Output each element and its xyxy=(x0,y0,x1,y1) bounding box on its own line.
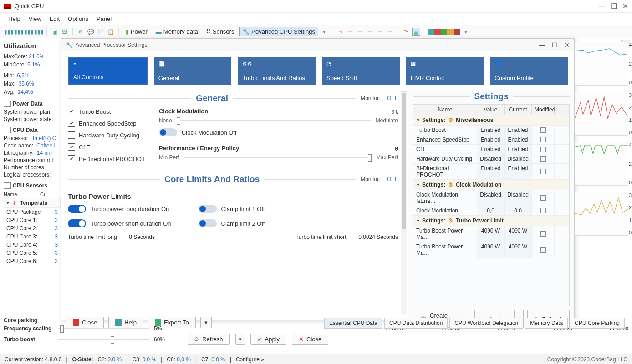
main-toolbar: ▮▮▮ ▮▮▮ ▮▮▮ ▮▮▮ ▣ 🖼 ⚙ 💬 📄 📋 ▮Power ▬Memo… xyxy=(0,25,632,38)
panel4-icon[interactable]: ▭ xyxy=(366,28,374,36)
settings-row[interactable]: Turbo Boost Power Ma…4090 W4090 W xyxy=(413,226,569,242)
temp-chart: 40°C20°C0°C xyxy=(575,42,628,86)
panel6-icon[interactable]: ▭ xyxy=(386,28,394,36)
settings-table: Name Value Current Modified Settings:⚙Mi… xyxy=(413,104,570,306)
settings-row[interactable]: C1EEnabledEnabled xyxy=(413,145,569,154)
bottom-refresh-dropdown[interactable]: ▾ xyxy=(235,334,245,345)
checkbox-turbo-boost[interactable]: Turbo Boost xyxy=(68,108,145,115)
settings-row[interactable]: Hardware Duty CyclingDisabledDisabled xyxy=(413,154,569,164)
pct-chart: 30%20%10%0% xyxy=(575,92,628,136)
freq-scaling-slider[interactable] xyxy=(58,328,149,329)
tile-turbo[interactable]: ⚙⚙Turbo Limits And Ratios xyxy=(238,57,316,85)
subwin-maximize[interactable]: ☐ xyxy=(552,41,558,49)
settings-group[interactable]: Settings:⚙Miscellaneous xyxy=(413,115,569,126)
bars2-icon[interactable]: ▮▮▮ xyxy=(15,28,23,36)
settings-row[interactable]: Clock Modulation IsEna…DisabledDisabled xyxy=(413,190,569,206)
checkbox-hardware-duty-cycling[interactable]: Hardware Duty Cycling xyxy=(68,131,145,139)
chart-icon[interactable]: 〜 xyxy=(402,28,410,36)
panel5-icon[interactable]: ▭ xyxy=(376,28,384,36)
configure-link[interactable]: Configure » xyxy=(236,356,264,363)
subwin-close[interactable]: ✕ xyxy=(564,41,570,49)
dropdown-icon[interactable]: ▾ xyxy=(320,28,328,36)
clock-mod-toggle[interactable] xyxy=(159,128,177,136)
settings-row[interactable]: Turbo Boost Power Ma…4090 W4090 W xyxy=(413,242,569,258)
temp-row: CPU Package3 xyxy=(4,208,61,216)
wrench-icon: 🔧 xyxy=(66,42,73,48)
power-button[interactable]: ▮Power xyxy=(122,27,151,36)
bars4-icon[interactable]: ▮▮▮ xyxy=(35,28,43,36)
temp-row: CPU Core 4:3 xyxy=(4,241,61,249)
clamp2-toggle[interactable] xyxy=(199,219,217,228)
bars-icon[interactable]: ▮▮▮ xyxy=(5,28,13,36)
menu-panel[interactable]: Panel xyxy=(97,15,112,22)
chat-icon[interactable]: 💬 xyxy=(87,28,95,36)
core-limits-header: Core Limits And Ratios xyxy=(164,174,260,184)
chip-icon[interactable]: ▣ xyxy=(51,28,59,36)
checkbox-bi-directional-prochot[interactable]: Bi-Directional PROCHOT xyxy=(68,155,145,162)
perf-policy-slider[interactable] xyxy=(184,157,372,158)
tab-workload[interactable]: CPU Workload Delegation xyxy=(449,318,523,329)
copy-icon[interactable]: 📋 xyxy=(107,28,115,36)
gear-icon[interactable]: ⚙ xyxy=(76,28,85,36)
menu-view[interactable]: View xyxy=(29,15,41,22)
landscape-icon[interactable]: 🖼 xyxy=(61,28,69,36)
color-palette[interactable] xyxy=(428,29,460,35)
palette-dropdown-icon[interactable]: ▾ xyxy=(462,28,470,36)
cpu-data-header: CPU Data xyxy=(4,127,61,133)
checkbox-enhanced-speedstep[interactable]: Enhanced SpeedStep xyxy=(68,120,145,127)
tab-distribution[interactable]: CPU Data Distribution xyxy=(384,318,448,329)
settings-group[interactable]: Settings:⚙Turbo Power Limit xyxy=(413,216,569,226)
window-close[interactable]: ✕ xyxy=(622,2,628,10)
tpl-short-toggle[interactable] xyxy=(68,219,86,228)
red-panel-icon[interactable]: ▭ xyxy=(336,28,344,36)
power-data-header: Power Data xyxy=(4,101,61,107)
subwin-title: Advanced Processor Settings xyxy=(76,42,539,48)
list-icon[interactable]: ▤ xyxy=(412,28,420,36)
monitor-toggle-link[interactable]: OFF xyxy=(387,95,398,101)
tpl-long-toggle[interactable] xyxy=(68,205,86,213)
bottom-refresh-button[interactable]: ⟳Refresh xyxy=(188,334,230,345)
tile-speed-shift[interactable]: ◔Speed Shift xyxy=(322,57,400,85)
menu-edit[interactable]: Edit xyxy=(50,15,60,22)
menu-options[interactable]: Options xyxy=(68,15,88,22)
utilization-panel: Utilization MaxCore: 21,6% MinCore: 5,1%… xyxy=(4,42,61,315)
advanced-button[interactable]: 🔧Advanced CPU Settings xyxy=(239,27,318,36)
settings-row[interactable]: Clock Modulation0,00,0 xyxy=(413,206,569,216)
clamp1-toggle[interactable] xyxy=(199,205,217,213)
tile-fivr[interactable]: ▦FIVR Control xyxy=(406,57,484,85)
clock-mod-slider[interactable] xyxy=(177,120,371,121)
menubar: Help View Edit Options Panel xyxy=(0,13,632,25)
tile-bar: ≡All Controls 📄General ⚙⚙Turbo Limits An… xyxy=(61,51,574,89)
mini-charts: 40°C20°C0°C 30%20%10%0% 4 GHz2 GHz0 GHz … xyxy=(575,42,628,236)
monitor2-toggle-link[interactable]: OFF xyxy=(387,176,398,182)
left-scrollbar[interactable] xyxy=(401,91,407,314)
menu-help[interactable]: Help xyxy=(8,15,20,22)
settings-row[interactable]: Turbo BoostEnabledEnabled xyxy=(413,126,569,135)
bottom-close-button[interactable]: ✕Close xyxy=(292,334,328,345)
tile-custom[interactable]: 👤Custom Profile xyxy=(490,57,568,85)
bottom-apply-button[interactable]: ✔Apply xyxy=(250,334,287,345)
temp-row: CPU Core 5:3 xyxy=(4,249,61,257)
watt-chart: 30 W20 W10 W0 W xyxy=(575,192,628,236)
tile-general[interactable]: 📄General xyxy=(154,57,232,85)
sensors-button[interactable]: ⠿Sensors xyxy=(203,27,238,36)
checkbox-c1e[interactable]: C1E xyxy=(68,143,145,151)
utilization-title: Utilization xyxy=(4,42,61,50)
window-minimize[interactable]: — xyxy=(598,2,605,10)
window-maximize[interactable]: ☐ xyxy=(611,2,617,10)
tile-all-controls[interactable]: ≡All Controls xyxy=(68,57,148,85)
subwin-minimize[interactable]: — xyxy=(539,41,545,49)
panel3-icon[interactable]: ▭ xyxy=(356,28,364,36)
tab-essential[interactable]: Essential CPU Data xyxy=(324,318,382,329)
tab-memory[interactable]: Memory Data xyxy=(525,318,568,329)
settings-row[interactable]: Enhanced SpeedStepEnabledEnabled xyxy=(413,135,569,145)
settings-group[interactable]: Settings:⚙Clock Modulation xyxy=(413,180,569,190)
bars3-icon[interactable]: ▮▮▮ xyxy=(25,28,33,36)
doc-icon[interactable]: 📄 xyxy=(97,28,105,36)
memory-button[interactable]: ▬Memory data xyxy=(153,27,201,36)
advanced-processor-window: 🔧 Advanced Processor Settings — ☐ ✕ ≡All… xyxy=(61,38,575,320)
panel2-icon[interactable]: ▭ xyxy=(346,28,354,36)
turbo-slider[interactable] xyxy=(58,339,149,340)
settings-row[interactable]: Bi-Directional PROCHOTEnabledEnabled xyxy=(413,164,569,180)
tab-parking[interactable]: CPU Core Parking xyxy=(570,318,625,329)
